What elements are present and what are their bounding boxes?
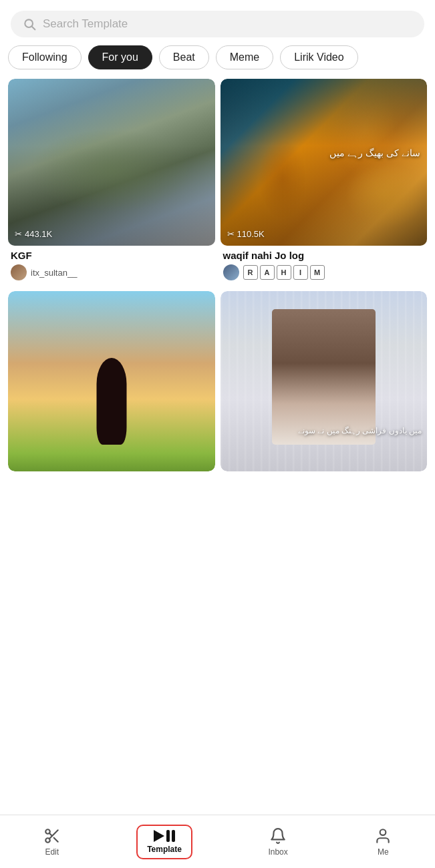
video-card-silhouette[interactable] xyxy=(8,291,215,471)
nav-item-me[interactable]: Me xyxy=(364,822,402,862)
scissors-icon-kgf: ✂ xyxy=(15,229,22,239)
video-title-kgf: KGF xyxy=(11,250,212,261)
avatar-waqif xyxy=(223,264,239,280)
nav-item-template[interactable]: Template xyxy=(136,825,192,859)
svg-line-1 xyxy=(32,27,35,30)
rahim-tag-m: M xyxy=(310,265,325,280)
rahim-tag-i: I xyxy=(293,265,308,280)
person-icon xyxy=(374,827,392,845)
template-icon xyxy=(154,830,175,842)
nav-label-edit: Edit xyxy=(45,847,59,857)
scissors-icon xyxy=(43,827,61,845)
bottom-nav: Edit Template Inbox Me xyxy=(0,815,435,868)
tab-lirik-video[interactable]: Lirik Video xyxy=(280,45,357,69)
video-card-waqif[interactable]: سانے کی بھیگ رہے میں ✂ 110.5K waqif nahi… xyxy=(221,79,428,286)
pause-icon xyxy=(166,830,175,842)
rahim-tags: R A H I M xyxy=(243,265,325,280)
author-name-kgf: itx_sultan__ xyxy=(31,268,77,278)
rahim-tag-h: H xyxy=(277,265,291,280)
nav-label-template: Template xyxy=(147,845,182,854)
video-card-kgf[interactable]: ✂ 443.1K KGF itx_sultan__ xyxy=(8,79,215,286)
thumbnail-kgf: ✂ 443.1K xyxy=(8,79,215,246)
svg-point-7 xyxy=(380,829,386,835)
rahim-tag-a: A xyxy=(260,265,275,280)
video-info-kgf: KGF itx_sultan__ xyxy=(8,246,215,286)
svg-line-5 xyxy=(53,837,57,841)
search-icon xyxy=(23,17,36,31)
filter-tabs: Following For you Beat Meme Lirik Video xyxy=(0,45,435,79)
thumbnail-silhouette xyxy=(8,291,215,471)
search-placeholder: Search Template xyxy=(43,17,128,31)
use-count-kgf: ✂ 443.1K xyxy=(15,229,52,239)
urdu-text-waqif: سانے کی بھیگ رہے میں xyxy=(329,146,420,160)
avatar-kgf xyxy=(11,264,27,280)
tab-following[interactable]: Following xyxy=(8,45,82,69)
urdu-text-girl: میں یادوں فراشی رہنگ میں نے سونے xyxy=(298,426,422,435)
author-row-waqif: R A H I M xyxy=(223,264,425,280)
author-row-kgf: itx_sultan__ xyxy=(11,264,212,280)
video-info-waqif: waqif nahi Jo log R A H I M xyxy=(221,246,428,286)
nav-item-inbox[interactable]: Inbox xyxy=(257,822,298,862)
tab-beat[interactable]: Beat xyxy=(159,45,209,69)
video-card-girl[interactable]: میں یادوں فراشی رہنگ میں نے سونے xyxy=(221,291,428,471)
thumbnail-waqif: سانے کی بھیگ رہے میں ✂ 110.5K xyxy=(221,79,428,246)
video-grid: ✂ 443.1K KGF itx_sultan__ سانے کی بھیگ ر… xyxy=(0,79,435,471)
play-icon xyxy=(154,830,164,842)
scissors-icon-waqif: ✂ xyxy=(227,229,235,239)
use-count-waqif: ✂ 110.5K xyxy=(227,229,265,239)
thumbnail-girl: میں یادوں فراشی رہنگ میں نے سونے xyxy=(221,291,428,471)
video-title-waqif: waqif nahi Jo log xyxy=(223,250,425,261)
rahim-tag-r: R xyxy=(243,265,258,280)
bell-icon xyxy=(269,827,287,845)
nav-label-inbox: Inbox xyxy=(268,847,287,857)
nav-item-edit[interactable]: Edit xyxy=(33,822,71,862)
nav-label-me: Me xyxy=(378,847,389,857)
tab-meme[interactable]: Meme xyxy=(216,45,273,69)
search-bar[interactable]: Search Template xyxy=(11,11,424,37)
svg-line-6 xyxy=(49,833,52,835)
tab-for-you[interactable]: For you xyxy=(88,45,152,69)
